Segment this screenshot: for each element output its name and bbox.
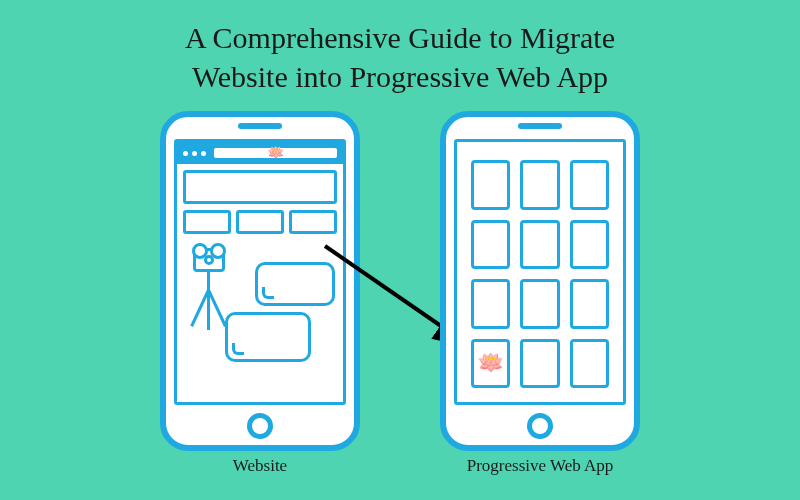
app-grid: 🪷 (471, 160, 609, 388)
window-dot (183, 151, 188, 156)
media-area (183, 242, 337, 382)
app-icon (520, 339, 559, 389)
phone-speaker (238, 123, 282, 129)
browser-toolbar: 🪷 (177, 142, 343, 164)
window-dot (201, 151, 206, 156)
column-row (183, 210, 337, 234)
column-block (236, 210, 284, 234)
phone-speaker (518, 123, 562, 129)
app-icon (471, 160, 510, 210)
app-icon (520, 160, 559, 210)
address-bar: 🪷 (214, 148, 337, 158)
lotus-icon: 🪷 (267, 146, 284, 160)
app-icon (520, 279, 559, 329)
title-line-2: Website into Progressive Web App (192, 60, 608, 93)
app-icon (570, 160, 609, 210)
app-icon-pwa: 🪷 (471, 339, 510, 389)
phone-screen-pwa: 🪷 (454, 139, 626, 405)
website-content (177, 164, 343, 388)
app-icon (520, 220, 559, 270)
caption-pwa: Progressive Web App (440, 456, 640, 476)
app-icon (570, 339, 609, 389)
column-block (289, 210, 337, 234)
column-block (183, 210, 231, 234)
title-line-1: A Comprehensive Guide to Migrate (185, 21, 615, 54)
diagram-stage: 🪷 (0, 106, 800, 486)
phone-website: 🪷 (160, 111, 360, 451)
content-card (255, 262, 335, 306)
lotus-icon: 🪷 (477, 350, 504, 376)
app-icon (570, 279, 609, 329)
app-icon (471, 279, 510, 329)
home-button-icon (247, 413, 273, 439)
phone-screen-website: 🪷 (174, 139, 346, 405)
hero-block (183, 170, 337, 204)
home-button-icon (527, 413, 553, 439)
window-dot (192, 151, 197, 156)
phone-pwa: 🪷 (440, 111, 640, 451)
app-icon (471, 220, 510, 270)
content-card (225, 312, 311, 362)
caption-website: Website (160, 456, 360, 476)
page-title: A Comprehensive Guide to Migrate Website… (0, 0, 800, 96)
app-icon (570, 220, 609, 270)
